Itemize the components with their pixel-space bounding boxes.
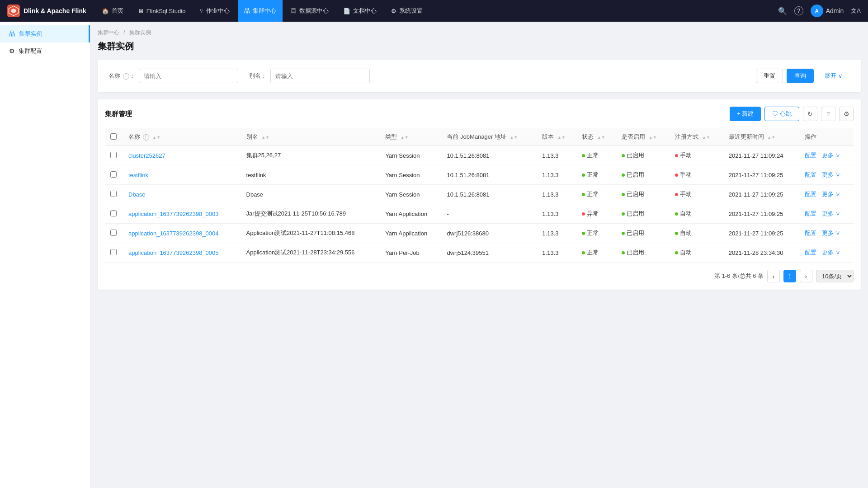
sidebar-item-cluster-instance[interactable]: 品 集群实例 xyxy=(0,25,90,42)
home-icon: 🏠 xyxy=(102,8,109,14)
table-card: 集群管理 + 新建 ♡ 心跳 ↻ ≡ ⚙ 名称 i ▲▼ xyxy=(98,99,861,290)
col-jm-sort[interactable]: ▲▼ xyxy=(510,135,518,140)
page-size-select[interactable]: 10条/页 20条/页 50条/页 xyxy=(816,270,854,282)
col-name-sort[interactable]: ▲▼ xyxy=(152,135,160,140)
help-icon-btn[interactable]: ? xyxy=(794,6,803,15)
config-link-5[interactable]: 配置 xyxy=(805,249,816,257)
name-info-icon[interactable]: i xyxy=(123,73,129,80)
table-row: application_1637739262398_0003 Jar提交测试20… xyxy=(105,204,854,224)
prev-page-button[interactable]: ‹ xyxy=(767,270,780,282)
search-icon-btn[interactable]: 🔍 xyxy=(778,7,787,15)
filter-alias-input[interactable] xyxy=(270,69,370,83)
datasource-icon: 目 xyxy=(291,7,297,15)
row-checkbox-1[interactable] xyxy=(110,171,117,178)
breadcrumb-cluster-center[interactable]: 集群中心 xyxy=(98,29,119,36)
filter-alias-label: 别名： xyxy=(249,72,267,80)
admin-menu[interactable]: A Admin xyxy=(811,5,844,17)
density-settings-button[interactable]: ⚙ xyxy=(839,107,854,121)
col-ver-sort[interactable]: ▲▼ xyxy=(557,135,566,140)
reset-button[interactable]: 重置 xyxy=(756,69,783,83)
cluster-status-0: 正常 xyxy=(576,146,616,165)
next-page-button[interactable]: › xyxy=(800,270,812,282)
expand-button[interactable]: 展开 ∨ xyxy=(817,69,850,83)
cluster-regmethod-4: 自动 xyxy=(670,224,723,243)
config-link-4[interactable]: 配置 xyxy=(805,229,816,237)
sidebar-item-cluster-config[interactable]: ⚙ 集群配置 xyxy=(0,42,90,60)
breadcrumb-cluster-instance[interactable]: 集群实例 xyxy=(129,29,151,36)
config-link-1[interactable]: 配置 xyxy=(805,171,816,179)
actions-cell-5: 配置 更多 ∨ xyxy=(805,249,848,257)
cluster-type-4: Yarn Application xyxy=(380,224,441,243)
cluster-regmethod-3: 自动 xyxy=(670,204,723,224)
col-updated-sort[interactable]: ▲▼ xyxy=(767,135,775,140)
more-btn-0[interactable]: 更多 ∨ xyxy=(822,151,840,160)
cluster-name-0[interactable]: cluster252627 xyxy=(128,152,165,159)
col-enabled-sort[interactable]: ▲▼ xyxy=(649,135,657,140)
actions-cell-4: 配置 更多 ∨ xyxy=(805,229,848,237)
col-status-sort[interactable]: ▲▼ xyxy=(597,135,605,140)
breadcrumb-separator: / xyxy=(123,29,125,36)
more-btn-2[interactable]: 更多 ∨ xyxy=(822,190,840,198)
chevron-down-icon: ∨ xyxy=(838,73,843,80)
col-alias-sort[interactable]: ▲▼ xyxy=(261,135,269,140)
nav-docs[interactable]: 📄 文档中心 xyxy=(337,0,383,22)
language-icon-btn[interactable]: 文A xyxy=(851,7,861,15)
col-status: 状态 ▲▼ xyxy=(576,128,616,146)
col-name: 名称 i ▲▼ xyxy=(123,128,241,146)
row-checkbox-5[interactable] xyxy=(110,249,117,255)
cluster-name-4[interactable]: application_1637739262398_0004 xyxy=(128,230,219,237)
cluster-name-5[interactable]: application_1637739262398_0005 xyxy=(128,249,219,256)
more-btn-3[interactable]: 更多 ∨ xyxy=(822,210,840,218)
col-name-info[interactable]: i xyxy=(143,134,149,141)
cluster-regmethod-1: 手动 xyxy=(670,165,723,185)
row-checkbox-4[interactable] xyxy=(110,230,117,236)
nav-datasource[interactable]: 目 数据源中心 xyxy=(284,0,335,22)
more-btn-4[interactable]: 更多 ∨ xyxy=(822,229,840,237)
col-type-sort[interactable]: ▲▼ xyxy=(401,135,409,140)
config-link-3[interactable]: 配置 xyxy=(805,210,816,218)
cluster-alias-1: testflink xyxy=(241,165,380,185)
docs-icon: 📄 xyxy=(343,8,350,14)
filter-name-input[interactable] xyxy=(139,69,238,83)
cluster-alias-2: Dbase xyxy=(241,185,380,204)
column-settings-button[interactable]: ≡ xyxy=(821,107,835,121)
nav-right-area: 🔍 ? A Admin 文A xyxy=(778,5,861,17)
table-body: cluster252627 集群25,26,27 Yarn Session 10… xyxy=(105,146,854,263)
filter-row: 名称 i： 别名： 重置 查询 展开 ∨ xyxy=(108,69,850,83)
config-link-0[interactable]: 配置 xyxy=(805,151,816,160)
cluster-alias-5: Application测试2021-11-28T23:34:29.556 xyxy=(241,243,380,263)
more-btn-1[interactable]: 更多 ∨ xyxy=(822,171,840,179)
page-1-button[interactable]: 1 xyxy=(783,270,796,282)
query-button[interactable]: 查询 xyxy=(787,69,814,83)
app-logo[interactable]: Dlink & Apache Flink xyxy=(7,5,86,17)
row-checkbox-3[interactable] xyxy=(110,210,117,216)
cluster-jm-5: dwrj5124:39551 xyxy=(441,243,537,263)
filter-actions: 重置 查询 展开 ∨ xyxy=(756,69,850,83)
cluster-icon: 品 xyxy=(244,7,250,15)
cluster-name-2[interactable]: Dbase xyxy=(128,191,146,198)
nav-jobs[interactable]: ⑂ 作业中心 xyxy=(193,0,236,22)
refresh-button[interactable]: ↻ xyxy=(803,107,817,121)
cluster-status-5: 正常 xyxy=(576,243,616,263)
cluster-updated-4: 2021-11-27 11:09:25 xyxy=(723,224,800,243)
select-all-checkbox[interactable] xyxy=(110,133,117,140)
nav-cluster[interactable]: 品 集群中心 xyxy=(238,0,283,22)
nav-home[interactable]: 🏠 首页 xyxy=(95,0,130,22)
col-reg-sort[interactable]: ▲▼ xyxy=(702,135,710,140)
row-checkbox-0[interactable] xyxy=(110,152,117,158)
nav-settings[interactable]: ⚙ 系统设置 xyxy=(385,0,429,22)
nav-flinksql[interactable]: 🖥 FlinkSql Studio xyxy=(132,0,192,22)
cluster-name-3[interactable]: application_1637739262398_0003 xyxy=(128,211,219,217)
main-layout: 品 集群实例 ⚙ 集群配置 集群中心 / 集群实例 集群实例 名称 i： xyxy=(0,22,868,488)
cluster-name-1[interactable]: testflink xyxy=(128,172,148,178)
cluster-status-2: 正常 xyxy=(576,185,616,204)
new-button[interactable]: + 新建 xyxy=(730,107,761,121)
cluster-jm-1: 10.1.51.26:8081 xyxy=(441,165,537,185)
row-checkbox-2[interactable] xyxy=(110,191,117,197)
cluster-alias-0: 集群25,26,27 xyxy=(241,146,380,165)
config-link-2[interactable]: 配置 xyxy=(805,190,816,198)
cluster-updated-1: 2021-11-27 11:09:25 xyxy=(723,165,800,185)
more-btn-5[interactable]: 更多 ∨ xyxy=(822,249,840,257)
top-navigation: Dlink & Apache Flink 🏠 首页 🖥 FlinkSql Stu… xyxy=(0,0,868,22)
heartbeat-button[interactable]: ♡ 心跳 xyxy=(764,107,799,121)
